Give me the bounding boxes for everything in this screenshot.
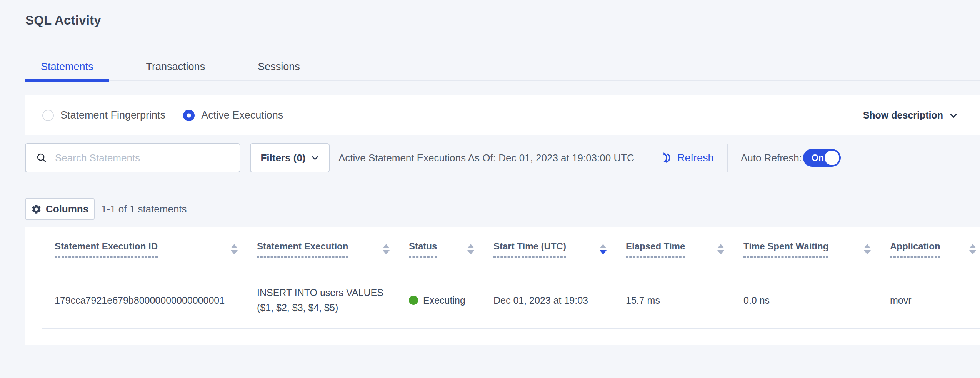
radio-selected-icon[interactable] — [183, 110, 195, 121]
status-dot-icon — [409, 296, 418, 305]
radio-active-executions[interactable]: Active Executions — [183, 109, 283, 121]
column-header-time-spent-waiting[interactable]: Time Spent Waiting — [743, 241, 890, 258]
as-of-timestamp: Active Statement Executions As Of: Dec 0… — [338, 143, 634, 172]
cell-start-time: Dec 01, 2023 at 19:03 — [493, 295, 626, 306]
column-header-start-time[interactable]: Start Time (UTC) — [493, 241, 626, 258]
table-header-row: Statement Execution ID Statement Executi… — [25, 227, 980, 271]
column-header-label[interactable]: Status — [409, 241, 437, 258]
filters-label: Filters (0) — [260, 152, 305, 164]
page-title: SQL Activity — [25, 13, 101, 28]
cell-elapsed-time: 15.7 ms — [626, 295, 743, 306]
column-header-label[interactable]: Statement Execution ID — [55, 241, 158, 258]
result-count: 1-1 of 1 statements — [101, 198, 187, 220]
show-description-label: Show description — [863, 110, 943, 121]
sort-icon[interactable] — [864, 244, 871, 254]
search-icon — [36, 152, 47, 164]
sort-icon[interactable] — [467, 244, 474, 254]
toggle-state-label: On — [812, 149, 824, 167]
columns-label: Columns — [46, 203, 88, 215]
sort-icon[interactable] — [969, 244, 976, 254]
cell-statement-execution-id: 179cca7921e679b80000000000000001 — [25, 295, 257, 306]
cell-time-spent-waiting: 0.0 ns — [743, 295, 890, 306]
search-input[interactable] — [55, 152, 232, 164]
sort-icon[interactable] — [717, 244, 724, 254]
toolbar-divider — [727, 144, 728, 172]
sort-icon[interactable] — [600, 244, 607, 254]
radio-label[interactable]: Statement Fingerprints — [60, 109, 165, 121]
cell-application: movr — [890, 295, 980, 306]
cell-statement-execution: INSERT INTO users VALUES ($1, $2, $3, $4… — [257, 285, 409, 315]
sort-icon[interactable] — [383, 244, 390, 254]
auto-refresh-label: Auto Refresh: — [741, 143, 802, 172]
tab-transactions[interactable]: Transactions — [130, 53, 221, 80]
chevron-down-icon — [948, 110, 958, 120]
search-box[interactable] — [25, 143, 240, 172]
auto-refresh-toggle[interactable]: On — [803, 149, 841, 167]
column-header-label[interactable]: Start Time (UTC) — [493, 241, 566, 258]
column-header-label[interactable]: Statement Execution — [257, 241, 348, 258]
table-row[interactable]: 179cca7921e679b80000000000000001 INSERT … — [25, 271, 980, 329]
gear-icon — [31, 204, 42, 214]
statements-toolbar: Filters (0) Active Statement Executions … — [0, 143, 980, 172]
tab-sessions[interactable]: Sessions — [242, 53, 316, 80]
chevron-down-icon — [311, 154, 319, 162]
refresh-icon — [658, 151, 672, 165]
column-header-status[interactable]: Status — [409, 241, 493, 258]
column-header-label[interactable]: Application — [890, 241, 940, 258]
column-header-label[interactable]: Time Spent Waiting — [743, 241, 828, 258]
column-header-label[interactable]: Elapsed Time — [626, 241, 685, 258]
columns-button[interactable]: Columns — [25, 198, 95, 220]
refresh-label[interactable]: Refresh — [677, 152, 714, 164]
radio-statement-fingerprints[interactable]: Statement Fingerprints — [42, 109, 165, 121]
column-header-elapsed-time[interactable]: Elapsed Time — [626, 241, 743, 258]
filters-button[interactable]: Filters (0) — [250, 143, 330, 172]
refresh-button[interactable]: Refresh — [658, 143, 714, 172]
show-description-toggle[interactable]: Show description — [863, 95, 958, 135]
sort-icon[interactable] — [231, 244, 238, 254]
status-label: Executing — [423, 295, 465, 306]
cell-status: Executing — [409, 295, 493, 306]
statement-text: INSERT INTO users VALUES ($1, $2, $3, $4… — [257, 285, 409, 315]
statements-table: Statement Execution ID Statement Executi… — [25, 227, 980, 345]
column-header-statement-execution[interactable]: Statement Execution — [257, 241, 409, 258]
sql-activity-tabs: Statements Transactions Sessions — [25, 53, 980, 81]
radio-label[interactable]: Active Executions — [201, 109, 283, 121]
radio-unselected-icon[interactable] — [42, 110, 54, 121]
column-header-application[interactable]: Application — [890, 241, 980, 258]
view-mode-panel: Statement Fingerprints Active Executions… — [25, 95, 980, 135]
tab-statements[interactable]: Statements — [25, 53, 109, 80]
toggle-knob[interactable] — [825, 151, 839, 165]
column-header-statement-execution-id[interactable]: Statement Execution ID — [25, 241, 257, 258]
